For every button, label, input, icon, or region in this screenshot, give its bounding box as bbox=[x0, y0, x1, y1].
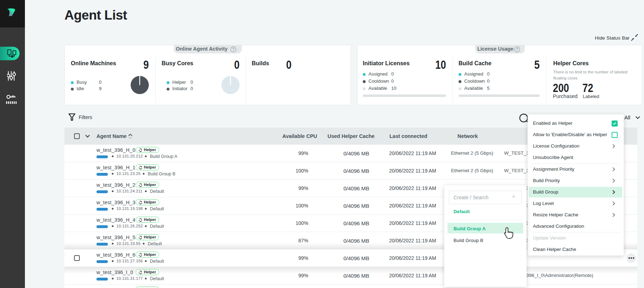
svg-text:?: ? bbox=[516, 47, 518, 51]
svg-text:?: ? bbox=[232, 47, 234, 51]
